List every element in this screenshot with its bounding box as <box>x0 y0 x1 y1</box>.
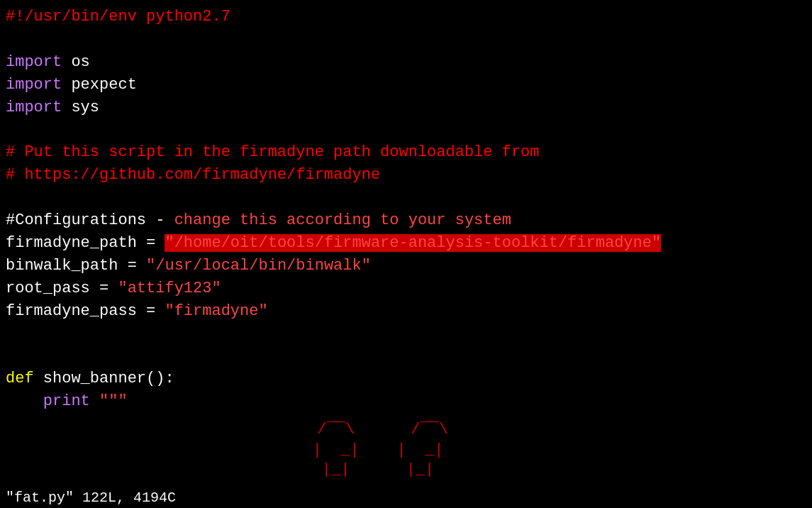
keyword-def: def <box>6 370 34 387</box>
string-binwalk-path: "/usr/local/bin/binwalk" <box>146 257 371 275</box>
var-root-pass: root_pass <box>6 280 90 297</box>
module-pexpect: pexpect <box>62 76 137 94</box>
line-firmadyne-path: firmadyne_path = "/home/oit/tools/firmwa… <box>6 232 812 255</box>
var-firmadyne-pass: firmadyne_pass <box>6 302 137 320</box>
code-area: #!/usr/bin/env python2.7 import os impor… <box>6 6 812 477</box>
print-indent <box>6 392 43 410</box>
line-print: print """ <box>6 390 812 413</box>
op-eq1: = <box>137 234 165 252</box>
line-comment2: # https://github.com/firmadyne/firmadyne <box>6 164 812 187</box>
line-def: def show_banner(): <box>6 368 812 390</box>
var-firmadyne-path: firmadyne_path <box>6 234 137 252</box>
line-comment1: # Put this script in the firmadyne path … <box>6 141 812 164</box>
ascii-art-container: /‾‾\ /‾‾\ | _| | _| |_| |_| <box>6 420 812 477</box>
var-binwalk-path: binwalk_path <box>6 257 118 275</box>
op-eq3: = <box>90 280 118 297</box>
status-text: "fat.py" 122L, 4194C <box>6 487 176 508</box>
line-blank1 <box>6 28 812 51</box>
string-root-pass: "attify123" <box>118 280 221 297</box>
line-import-sys: import sys <box>6 96 812 119</box>
config-change-text: change this according to your system <box>174 211 511 229</box>
status-bar: "fat.py" 122L, 4194C <box>0 487 812 508</box>
line-blank5 <box>6 345 812 368</box>
string-firmadyne-pass: "firmadyne" <box>165 302 267 320</box>
module-os: os <box>62 53 90 71</box>
keyword-import-pexpect: import <box>6 76 62 94</box>
func-parens: (): <box>146 370 174 387</box>
line-blank3 <box>6 187 812 209</box>
keyword-print: print <box>43 392 90 410</box>
status-filename: "fat.py" <box>6 490 74 506</box>
line-config-comment: #Configurations - change this according … <box>6 209 812 232</box>
config-hash: #Configurations - <box>6 211 174 229</box>
line-shebang: #!/usr/bin/env python2.7 <box>6 6 812 28</box>
triple-quote: """ <box>90 392 128 410</box>
string-firmadyne-path: "/home/oit/tools/firmware-analysis-toolk… <box>165 234 661 252</box>
ascii-art: /‾‾\ /‾‾\ | _| | _| |_| |_| <box>299 420 448 477</box>
module-sys: sys <box>62 99 99 116</box>
func-name-show-banner: show_banner <box>34 370 146 387</box>
op-eq4: = <box>137 302 165 320</box>
line-firmadyne-pass: firmadyne_pass = "firmadyne" <box>6 300 812 323</box>
line-import-os: import os <box>6 51 812 74</box>
line-import-pexpect: import pexpect <box>6 74 812 96</box>
line-blank4 <box>6 322 812 345</box>
editor-container: #!/usr/bin/env python2.7 import os impor… <box>0 0 812 508</box>
line-binwalk-path: binwalk_path = "/usr/local/bin/binwalk" <box>6 255 812 277</box>
status-info: 122L, 4194C <box>82 490 176 506</box>
op-eq2: = <box>118 257 146 275</box>
keyword-import-os: import <box>6 53 62 71</box>
line-blank2 <box>6 118 812 141</box>
keyword-import-sys: import <box>6 99 62 116</box>
line-root-pass: root_pass = "attify123" <box>6 277 812 300</box>
